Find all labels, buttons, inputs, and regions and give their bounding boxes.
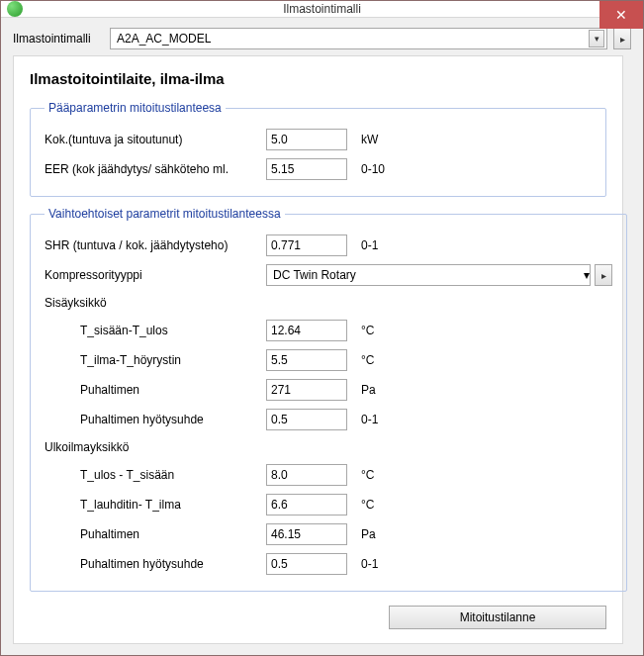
compressor-label: Kompressorityyppi [45,268,266,282]
window-title: Ilmastointimalli [1,2,643,16]
row-outdoor-puhhyoty: Puhaltimen hyötysuhde 0-1 [45,549,612,579]
outdoor-tulossis-unit: °C [361,468,374,482]
dialog-window: Ilmastointimalli ✕ Ilmastointimalli A2A_… [0,0,644,656]
indoor-puhhyoty-unit: 0-1 [361,413,378,426]
compressor-browse-button[interactable]: ▸ [595,264,612,286]
outdoor-puhhyoty-label: Puhaltimen hyötysuhde [45,557,266,571]
outdoor-puhaltimen-label: Puhaltimen [45,527,266,541]
model-value: A2A_AC_MODEL [117,32,211,46]
close-icon: ✕ [615,7,627,23]
row-indoor-tilmahoy: T_ilma-T_höyrystin °C [45,345,612,375]
shr-input[interactable] [266,234,347,256]
eer-unit: 0-10 [361,162,385,176]
row-indoor-puhhyoty: Puhaltimen hyötysuhde 0-1 [45,405,612,434]
chevron-down-icon: ▾ [584,268,590,282]
indoor-puhaltimen-label: Puhaltimen [45,383,266,397]
sizing-button[interactable]: Mitoitustilanne [389,606,606,629]
titlebar: Ilmastointimalli ✕ [1,1,643,18]
content-area: Ilmastointimalli A2A_AC_MODEL ▾ ▸ Ilmast… [1,18,643,654]
group-main-params: Pääparametrin mitoitustilanteesa Kok.(tu… [30,101,606,197]
indoor-tsisulos-label: T_sisään-T_ulos [45,324,266,337]
row-outdoor-tlauhilma: T_lauhditin- T_ilma °C [45,490,612,519]
indoor-tilmahoy-input[interactable] [266,349,347,371]
row-outdoor-tulossis: T_ulos - T_sisään °C [45,460,612,490]
arrow-right-icon: ▸ [601,270,606,281]
row-outdoor-puhaltimen: Puhaltimen Pa [45,519,612,549]
group-optional-legend: Vaihtoehtoiset parametrit mitoitustilant… [45,207,285,221]
kok-label: Kok.(tuntuva ja sitoutunut) [45,133,266,146]
indoor-tsisulos-unit: °C [361,324,374,337]
kok-unit: kW [361,133,378,146]
outdoor-tlauhilma-unit: °C [361,498,374,512]
indoor-tsisulos-input[interactable] [266,320,347,341]
outdoor-puhaltimen-input[interactable] [266,523,347,545]
indoor-puhaltimen-unit: Pa [361,383,376,397]
compressor-value: DC Twin Rotary [273,268,356,282]
group-optional-params: Vaihtoehtoiset parametrit mitoitustilant… [30,207,627,592]
outdoor-title: Ulkoilmayksikkö [45,434,612,460]
outdoor-tulossis-label: T_ulos - T_sisään [45,468,266,482]
compressor-select[interactable]: DC Twin Rotary ▾ [266,264,591,286]
indoor-puhaltimen-input[interactable] [266,379,347,401]
indoor-puhhyoty-input[interactable] [266,409,347,430]
indoor-title: Sisäyksikkö [45,290,612,316]
shr-label: SHR (tuntuva / kok. jäähdytysteho) [45,238,266,252]
outdoor-puhhyoty-unit: 0-1 [361,557,378,571]
eer-label: EER (kok jäähdytys/ sähköteho ml. [45,162,266,176]
outdoor-tlauhilma-input[interactable] [266,494,347,515]
indoor-puhhyoty-label: Puhaltimen hyötysuhde [45,413,266,426]
kok-input[interactable] [266,129,347,150]
outdoor-tlauhilma-label: T_lauhditin- T_ilma [45,498,266,512]
arrow-right-icon: ▸ [620,34,625,45]
panel-title: Ilmastoitointilaite, ilma-ilma [30,70,606,87]
model-label: Ilmastointimalli [13,32,104,46]
row-indoor-tsisulos: T_sisään-T_ulos °C [45,316,612,345]
row-shr: SHR (tuntuva / kok. jäähdytysteho) 0-1 [45,231,612,260]
shr-unit: 0-1 [361,238,378,252]
model-row: Ilmastointimalli A2A_AC_MODEL ▾ ▸ [13,28,631,49]
indoor-tilmahoy-label: T_ilma-T_höyrystin [45,353,266,367]
model-browse-button[interactable]: ▸ [613,28,631,49]
indoor-tilmahoy-unit: °C [361,353,374,367]
row-kok: Kok.(tuntuva ja sitoutunut) kW [45,125,592,154]
close-button[interactable]: ✕ [599,1,643,29]
outdoor-puhhyoty-input[interactable] [266,553,347,575]
row-compressor: Kompressorityyppi DC Twin Rotary ▾ ▸ [45,260,612,290]
main-panel: Ilmastoitointilaite, ilma-ilma Pääparame… [13,55,623,644]
row-indoor-puhaltimen: Puhaltimen Pa [45,375,612,405]
sizing-button-row: Mitoitustilanne [30,602,606,631]
group-main-legend: Pääparametrin mitoitustilanteesa [45,101,226,115]
eer-input[interactable] [266,158,347,180]
row-eer: EER (kok jäähdytys/ sähköteho ml. 0-10 [45,154,592,184]
outdoor-puhaltimen-unit: Pa [361,527,376,541]
model-select[interactable]: A2A_AC_MODEL ▾ [110,28,607,49]
outdoor-tulossis-input[interactable] [266,464,347,486]
chevron-down-icon: ▾ [589,30,604,47]
